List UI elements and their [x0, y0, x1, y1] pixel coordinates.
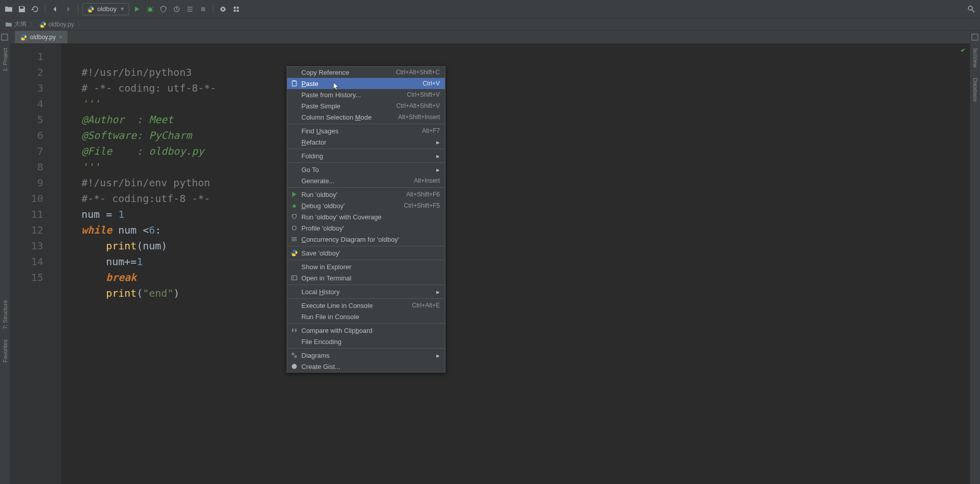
stop-icon[interactable] — [198, 4, 209, 15]
python-icon — [20, 34, 27, 41]
back-icon[interactable] — [49, 4, 61, 15]
structure-tool-button[interactable]: 7: Structure — [1, 296, 9, 333]
line-number: 14 — [10, 254, 43, 270]
menu-paste-simple[interactable]: Paste SimpleCtrl+Alt+Shift+V — [287, 100, 445, 111]
editor-context-menu: Copy ReferenceCtrl+Alt+Shift+C PasteCtrl… — [287, 66, 445, 373]
breadcrumb: 大纲 〉 oldboy.py 〉 — [0, 18, 980, 31]
menu-column-selection[interactable]: Column Selection ModeAlt+Shift+Insert — [287, 111, 445, 123]
run-config-dropdown[interactable]: oldboy ▼ — [82, 3, 129, 15]
profile-icon — [290, 224, 298, 232]
refresh-icon[interactable] — [30, 4, 41, 15]
open-icon[interactable] — [3, 4, 14, 15]
code-line: while num <6: — [81, 224, 161, 236]
svg-rect-16 — [295, 356, 296, 357]
menu-refactor[interactable]: Refactor▸ — [287, 136, 445, 148]
svg-point-17 — [292, 364, 297, 369]
plugins-icon[interactable] — [231, 4, 242, 15]
svg-rect-11 — [293, 80, 295, 81]
editor-area: oldboy.py × 1 2 3 4 5 6 7 8 9 10 11 12 1… — [10, 31, 970, 484]
code-line: print(num) — [81, 240, 167, 252]
menu-paste[interactable]: PasteCtrl+V — [287, 78, 445, 89]
code-line: ''' — [81, 161, 100, 173]
save-icon[interactable] — [16, 4, 27, 15]
svg-point-0 — [148, 8, 152, 12]
menu-debug-oldboy[interactable]: Debug 'oldboy'Ctrl+Shift+F5 — [287, 200, 445, 211]
menu-show-explorer[interactable]: Show in Explorer — [287, 261, 445, 272]
menu-run-file-console[interactable]: Run File in Console — [287, 311, 445, 322]
menu-open-terminal[interactable]: Open in Terminal — [287, 272, 445, 283]
code-editor[interactable]: 1 2 3 4 5 6 7 8 9 10 11 12 13 14 15 #!/u… — [10, 44, 970, 484]
line-gutter: 1 2 3 4 5 6 7 8 9 10 11 12 13 14 15 — [10, 44, 51, 484]
breadcrumb-item[interactable]: 大纲 — [5, 20, 26, 29]
terminal-icon — [290, 274, 298, 282]
database-tool-button[interactable]: Database — [971, 74, 979, 106]
menu-diagrams[interactable]: Diagrams▸ — [287, 350, 445, 361]
run-icon[interactable] — [131, 4, 143, 15]
run-icon — [290, 190, 298, 198]
code-line: print("end") — [81, 287, 180, 299]
line-number: 10 — [10, 191, 43, 207]
close-icon[interactable]: × — [59, 34, 62, 41]
concurrency-icon[interactable] — [184, 4, 195, 15]
right-tool-strip: SciView Database — [970, 31, 980, 484]
separator — [45, 4, 45, 14]
menu-generate[interactable]: Generate...Alt+Insert — [287, 175, 445, 186]
menu-file-encoding[interactable]: File Encoding — [287, 336, 445, 347]
code-body[interactable]: #!/usr/bin/python3 # -*- coding: utf-8-*… — [61, 44, 970, 484]
line-number: 9 — [10, 175, 43, 191]
chevron-right-icon: ▸ — [436, 352, 440, 359]
menu-run-oldboy[interactable]: Run 'oldboy'Alt+Shift+F6 — [287, 189, 445, 200]
menu-save-oldboy[interactable]: Save 'oldboy' — [287, 247, 445, 259]
menu-folding[interactable]: Folding▸ — [287, 150, 445, 161]
line-number: 8 — [10, 159, 43, 175]
menu-paste-history[interactable]: Paste from History...Ctrl+Shift+V — [287, 89, 445, 100]
folder-icon — [5, 21, 12, 28]
line-number: 2 — [10, 65, 43, 80]
chevron-right-icon: 〉 — [30, 20, 36, 29]
menu-separator — [287, 323, 445, 324]
line-number: 15 — [10, 270, 43, 286]
line-number: 3 — [10, 80, 43, 96]
svg-rect-6 — [237, 10, 239, 12]
menu-local-history[interactable]: Local History▸ — [287, 286, 445, 297]
debug-icon[interactable] — [145, 4, 156, 15]
menu-concurrency[interactable]: Concurrency Diagram for 'oldboy' — [287, 234, 445, 245]
menu-separator — [287, 260, 445, 260]
menu-goto[interactable]: Go To▸ — [287, 164, 445, 175]
mouse-cursor-icon — [333, 82, 340, 91]
svg-point-13 — [292, 226, 296, 230]
favorites-tool-button[interactable]: Favorites — [1, 335, 9, 366]
db-icon[interactable] — [971, 34, 979, 42]
analysis-status-icon[interactable] — [960, 47, 967, 54]
svg-point-7 — [968, 6, 972, 10]
code-line: break — [81, 271, 136, 283]
menu-coverage-oldboy[interactable]: Run 'oldboy' with Coverage — [287, 211, 445, 222]
tab-oldboy[interactable]: oldboy.py × — [14, 30, 68, 43]
menu-copy-reference[interactable]: Copy ReferenceCtrl+Alt+Shift+C — [287, 67, 445, 78]
menu-find-usages[interactable]: Find UsagesAlt+F7 — [287, 125, 445, 136]
svg-rect-9 — [972, 34, 978, 40]
python-icon — [290, 249, 298, 257]
breadcrumb-label: oldboy.py — [48, 21, 74, 28]
menu-execute-line[interactable]: Execute Line in ConsoleCtrl+Alt+E — [287, 300, 445, 311]
paste-icon — [290, 79, 298, 88]
project-tool-button[interactable]: 1: Project — [1, 44, 9, 75]
menu-create-gist[interactable]: Create Gist... — [287, 361, 445, 372]
menu-compare-clipboard[interactable]: Compare with Clipboard — [287, 325, 445, 336]
coverage-icon[interactable] — [158, 4, 169, 15]
line-number: 13 — [10, 238, 43, 254]
menu-profile-oldboy[interactable]: Profile 'oldboy' — [287, 222, 445, 234]
sciview-tool-button[interactable]: SciView — [971, 44, 979, 72]
settings-icon[interactable] — [217, 4, 229, 15]
project-tool-icon[interactable] — [1, 34, 9, 42]
breadcrumb-item[interactable]: oldboy.py — [39, 21, 74, 28]
python-icon — [87, 6, 94, 13]
search-icon[interactable] — [966, 4, 977, 15]
menu-separator — [287, 124, 445, 124]
line-number: 4 — [10, 96, 43, 112]
forward-icon[interactable] — [63, 4, 74, 15]
editor-tabs: oldboy.py × — [10, 31, 970, 44]
menu-separator — [287, 187, 445, 188]
profile-icon[interactable] — [171, 4, 182, 15]
code-line: @Author : Meet — [81, 113, 174, 126]
